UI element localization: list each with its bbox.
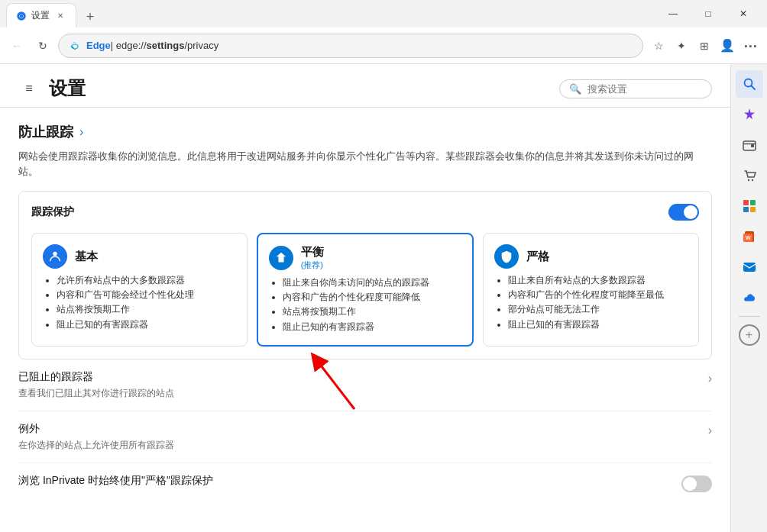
section-heading: 防止跟踪 › — [18, 123, 712, 141]
inprivate-row: 浏览 InPrivate 时始终使用"严格"跟踪保护 — [18, 463, 712, 503]
balanced-card-title-area: 平衡 (推荐) — [301, 245, 324, 271]
tracking-description: 网站会使用跟踪器收集你的浏览信息。此信息将用于改进网站服务并向你显示个性化广告等… — [18, 149, 712, 179]
settings-tab-label: 设置 — [31, 9, 50, 22]
sidebar-divider — [739, 316, 760, 317]
cards-row: 基本 允许所有站点中的大多数跟踪器 内容和广告可能会经过个性化处理 站点将按预期… — [31, 233, 699, 347]
inprivate-content: 浏览 InPrivate 时始终使用"严格"跟踪保护 — [18, 474, 681, 491]
sidebar-search-button[interactable] — [736, 70, 763, 98]
back-button[interactable]: ← — [6, 35, 28, 56]
basic-item-1: 允许所有站点中的大多数跟踪器 — [57, 273, 236, 288]
balanced-card-subtitle: (推荐) — [301, 260, 324, 271]
sidebar-add-button[interactable]: + — [739, 324, 760, 346]
tab-close-button[interactable]: ✕ — [54, 10, 66, 22]
favorites-button[interactable]: ✦ — [671, 35, 692, 56]
basic-card-icon — [43, 244, 67, 269]
address-text: Edge | edge://settings/privacy — [86, 40, 218, 51]
more-button[interactable]: ⋯ — [739, 35, 761, 56]
blocked-trackers-title: 已阻止的跟踪器 — [18, 370, 708, 384]
search-box[interactable]: 🔍 — [559, 79, 712, 98]
sidebar-wallet-button[interactable] — [736, 131, 763, 159]
tracking-panel: 跟踪保护 基本 — [18, 191, 712, 360]
minimize-button[interactable]: — — [655, 0, 691, 27]
tracking-protection-toggle[interactable] — [668, 204, 699, 221]
close-button[interactable]: ✕ — [726, 0, 761, 27]
svg-point-1 — [72, 44, 78, 49]
blocked-trackers-desc: 查看我们已阻止其对你进行跟踪的站点 — [18, 387, 708, 400]
inprivate-toggle[interactable] — [681, 476, 712, 492]
balanced-card-header: 平衡 (推荐) — [269, 245, 462, 271]
collections-button[interactable]: ⊞ — [694, 35, 715, 56]
svg-line-6 — [751, 86, 755, 90]
page-wrapper: ≡ 设置 🔍 防止跟踪 › 网站会使用跟踪器收集你的浏览信息。此信息将用于改进网… — [0, 64, 767, 532]
svg-rect-15 — [750, 207, 756, 212]
balanced-card-list: 阻止来自你尚未访问的站点的跟踪器 内容和广告的个性化程度可能降低 站点将按预期工… — [269, 276, 462, 334]
blocked-trackers-content: 已阻止的跟踪器 查看我们已阻止其对你进行跟踪的站点 — [18, 370, 708, 400]
svg-rect-12 — [743, 200, 749, 205]
balanced-item-2: 内容和广告的个性化程度可能降低 — [283, 290, 462, 305]
strict-item-3: 部分站点可能无法工作 — [508, 302, 688, 317]
tab-area: 设置 ✕ + — [6, 0, 655, 27]
sidebar-apps-button[interactable] — [736, 192, 763, 220]
strict-card-header: 严格 — [494, 244, 688, 269]
toolbar-icons: ☆ ✦ ⊞ 👤 ⋯ — [648, 35, 761, 56]
tracking-protection-label: 跟踪保护 — [31, 205, 74, 219]
window-controls: — □ ✕ — [655, 0, 761, 27]
strict-item-4: 阻止已知的有害跟踪器 — [508, 318, 688, 332]
svg-point-2 — [53, 252, 57, 256]
basic-item-2: 内容和广告可能会经过个性化处理 — [57, 288, 236, 302]
new-tab-button[interactable]: + — [79, 6, 101, 27]
svg-rect-13 — [750, 200, 756, 205]
right-sidebar: W + — [730, 64, 767, 532]
blocked-trackers-row[interactable]: 已阻止的跟踪器 查看我们已阻止其对你进行跟踪的站点 › — [18, 360, 712, 411]
basic-card-title: 基本 — [75, 250, 98, 264]
sidebar-sparkle-button[interactable] — [736, 101, 763, 128]
settings-header: ≡ 设置 🔍 — [0, 64, 730, 108]
strict-item-1: 阻止来自所有站点的大多数跟踪器 — [508, 273, 688, 288]
profile-button[interactable]: 👤 — [717, 35, 738, 56]
settings-main: 防止跟踪 › 网站会使用跟踪器收集你的浏览信息。此信息将用于改进网站服务并向你显… — [0, 108, 730, 532]
star-button[interactable]: ☆ — [648, 35, 669, 56]
svg-rect-8 — [751, 144, 754, 147]
reload-button[interactable]: ↻ — [32, 35, 53, 56]
blocked-trackers-arrow: › — [708, 372, 712, 385]
balanced-item-1: 阻止来自你尚未访问的站点的跟踪器 — [283, 276, 462, 290]
sidebar-office-button[interactable]: W — [736, 223, 763, 250]
menu-icon-button[interactable]: ≡ — [18, 78, 40, 99]
exceptions-row[interactable]: 例外 在你选择的站点上允许使用所有跟踪器 › — [18, 411, 712, 463]
svg-point-0 — [20, 14, 23, 17]
settings-tab[interactable]: 设置 ✕ — [6, 3, 76, 27]
settings-tab-icon — [16, 11, 27, 21]
exceptions-content: 例外 在你选择的站点上允许使用所有跟踪器 — [18, 422, 708, 452]
balanced-card-title: 平衡 — [301, 245, 324, 260]
sidebar-onedrive-button[interactable] — [736, 284, 763, 311]
section-heading-text: 防止跟踪 — [18, 123, 73, 141]
sidebar-outlook-button[interactable] — [736, 253, 763, 281]
strict-card[interactable]: 严格 阻止来自所有站点的大多数跟踪器 内容和广告的个性化程度可能降至最低 部分站… — [483, 233, 699, 347]
basic-item-3: 站点将按预期工作 — [57, 302, 236, 317]
balanced-card[interactable]: 平衡 (推荐) 阻止来自你尚未访问的站点的跟踪器 内容和广告的个性化程度可能降低… — [257, 233, 474, 347]
address-box[interactable]: Edge | edge://settings/privacy — [58, 34, 643, 58]
exceptions-desc: 在你选择的站点上允许使用所有跟踪器 — [18, 439, 708, 452]
basic-card[interactable]: 基本 允许所有站点中的大多数跟踪器 内容和广告可能会经过个性化处理 站点将按预期… — [31, 233, 248, 347]
exceptions-arrow: › — [708, 424, 712, 437]
tracking-panel-header: 跟踪保护 — [31, 204, 699, 221]
titlebar: 设置 ✕ + — □ ✕ — [0, 0, 767, 27]
page-content: ≡ 设置 🔍 防止跟踪 › 网站会使用跟踪器收集你的浏览信息。此信息将用于改进网… — [0, 64, 730, 532]
strict-card-icon — [494, 244, 519, 269]
svg-text:W: W — [746, 235, 751, 240]
balanced-item-4: 阻止已知的有害跟踪器 — [283, 320, 462, 334]
page-title: 设置 — [49, 76, 86, 101]
sidebar-shopping-button[interactable] — [736, 162, 763, 189]
search-input[interactable] — [587, 83, 702, 95]
inprivate-title: 浏览 InPrivate 时始终使用"严格"跟踪保护 — [18, 474, 681, 488]
svg-point-10 — [747, 179, 749, 181]
strict-item-2: 内容和广告的个性化程度可能降至最低 — [508, 288, 688, 302]
svg-point-11 — [751, 179, 752, 181]
strict-card-list: 阻止来自所有站点的大多数跟踪器 内容和广告的个性化程度可能降至最低 部分站点可能… — [494, 273, 688, 332]
svg-rect-19 — [743, 263, 756, 272]
addressbar: ← ↻ Edge | edge://settings/privacy ☆ ✦ ⊞… — [0, 27, 767, 64]
search-icon: 🔍 — [569, 83, 581, 95]
exceptions-title: 例外 — [18, 422, 708, 436]
maximize-button[interactable]: □ — [691, 0, 726, 27]
basic-item-4: 阻止已知的有害跟踪器 — [57, 318, 236, 332]
